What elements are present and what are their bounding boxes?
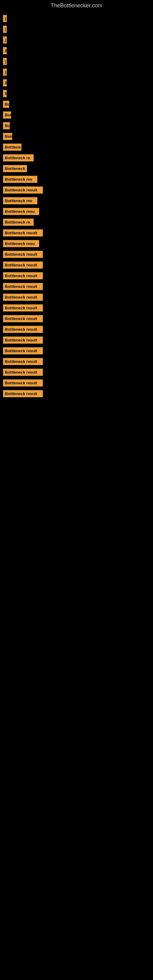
- bottleneck-result-label: Bottleneck result: [3, 390, 43, 397]
- bottleneck-result-label: Bottleneck result: [3, 229, 43, 236]
- list-item: Bottleneck result: [3, 337, 150, 344]
- bottleneck-result-label: Bottleneck result: [3, 294, 43, 301]
- bottleneck-result-label: Bottleneck res: [3, 176, 37, 183]
- list-item: Bottleneck result: [3, 369, 150, 376]
- items-container: |||E||EBBoBotBoBottBottleneBottleneck re…: [0, 12, 153, 400]
- list-item: Bottleneck result: [3, 379, 150, 387]
- bottleneck-result-label: Bottleneck re: [3, 154, 33, 161]
- bottleneck-result-label: Bottleneck result: [3, 369, 43, 376]
- bottleneck-result-label: Bottleneck result: [3, 272, 43, 279]
- bottleneck-result-label: Bottleneck result: [3, 304, 43, 312]
- bottleneck-result-label: Bottleneck result: [3, 283, 43, 290]
- bottleneck-result-label: |: [3, 15, 7, 22]
- list-item: Bottleneck resu: [3, 240, 150, 247]
- list-item: Bo: [3, 101, 150, 108]
- list-item: Bottleneck re: [3, 219, 150, 226]
- list-item: Bottleneck result: [3, 315, 150, 322]
- list-item: Bottleneck result: [3, 390, 150, 397]
- list-item: Bottleneck result: [3, 304, 150, 312]
- bottleneck-result-label: Bot: [3, 111, 11, 119]
- bottleneck-result-label: |: [3, 37, 7, 43]
- bottleneck-result-label: Bottlene: [3, 144, 21, 151]
- bottleneck-result-label: Bottleneck result: [3, 251, 43, 258]
- bottleneck-result-label: Bo: [3, 101, 9, 108]
- list-item: |: [3, 15, 150, 22]
- list-item: Bo: [3, 122, 150, 129]
- list-item: |: [3, 58, 150, 65]
- bottleneck-result-label: Bottleneck result: [3, 326, 43, 333]
- list-item: Bottleneck result: [3, 358, 150, 365]
- list-item: E: [3, 79, 150, 86]
- bottleneck-result-label: Bottleneck result: [3, 379, 43, 387]
- list-item: Bottleneck result: [3, 272, 150, 279]
- bottleneck-result-label: |: [3, 58, 7, 65]
- list-item: Bottleneck result: [3, 229, 150, 236]
- list-item: Bot: [3, 111, 150, 119]
- list-item: Bottleneck result: [3, 251, 150, 258]
- bottleneck-result-label: Bottleneck resu: [3, 240, 39, 247]
- bottleneck-result-label: Bottleneck resu: [3, 208, 39, 215]
- list-item: B: [3, 90, 150, 97]
- bottleneck-result-label: E: [3, 79, 7, 86]
- bottleneck-result-label: Bo: [3, 122, 10, 129]
- bottleneck-result-label: Bottleneck result: [3, 261, 43, 269]
- list-item: Bottleneck result: [3, 186, 150, 194]
- bottleneck-result-label: Bottleneck result: [3, 186, 43, 194]
- list-item: Bottleneck re: [3, 154, 150, 161]
- list-item: Bottleneck res: [3, 197, 150, 204]
- bottleneck-result-label: E: [3, 47, 7, 54]
- list-item: Bott: [3, 133, 150, 140]
- bottleneck-result-label: |: [3, 26, 7, 33]
- list-item: E: [3, 47, 150, 54]
- list-item: Bottleneck res: [3, 176, 150, 183]
- list-item: Bottleneck result: [3, 261, 150, 269]
- list-item: Bottleneck result: [3, 294, 150, 301]
- site-title: TheBottlenecker.com: [0, 0, 153, 12]
- bottleneck-result-label: Bottleneck result: [3, 315, 43, 322]
- list-item: |: [3, 37, 150, 43]
- list-item: Bottleneck: [3, 165, 150, 172]
- bottleneck-result-label: Bott: [3, 133, 12, 140]
- bottleneck-result-label: Bottleneck result: [3, 337, 43, 344]
- bottleneck-result-label: Bottleneck res: [3, 197, 37, 204]
- bottleneck-result-label: Bottleneck result: [3, 358, 43, 365]
- bottleneck-result-label: |: [3, 68, 7, 76]
- bottleneck-result-label: Bottleneck result: [3, 347, 43, 354]
- list-item: Bottleneck result: [3, 283, 150, 290]
- bottleneck-result-label: Bottleneck: [3, 165, 27, 172]
- bottleneck-result-label: Bottleneck re: [3, 219, 33, 226]
- list-item: Bottleneck result: [3, 326, 150, 333]
- list-item: Bottlene: [3, 144, 150, 151]
- bottleneck-result-label: B: [3, 90, 7, 97]
- list-item: Bottleneck result: [3, 347, 150, 354]
- list-item: Bottleneck resu: [3, 208, 150, 215]
- list-item: |: [3, 26, 150, 33]
- list-item: |: [3, 68, 150, 76]
